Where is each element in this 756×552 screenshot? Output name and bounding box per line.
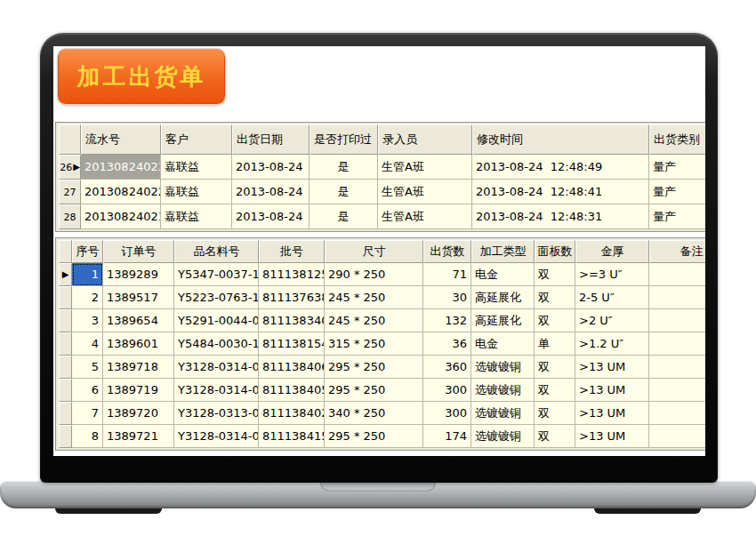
column-header[interactable]: 出货数 <box>423 240 471 263</box>
column-header[interactable]: 金厚 <box>575 240 649 263</box>
cell[interactable]: 双 <box>535 425 575 448</box>
cell[interactable]: 8 <box>72 425 103 448</box>
cell[interactable]: 1389289 <box>103 263 174 286</box>
row-selector[interactable] <box>59 332 72 356</box>
cell[interactable] <box>649 263 705 286</box>
cell[interactable]: 132 <box>423 309 471 332</box>
cell[interactable]: 245 * 250 <box>325 309 423 332</box>
table-row[interactable]: 41389601Y5484-0030-1008111381542315 * 25… <box>59 332 705 356</box>
cell[interactable]: 高延展化 <box>471 309 535 332</box>
column-header[interactable]: 面板数 <box>535 240 575 263</box>
cell[interactable]: 单 <box>535 332 575 356</box>
cell[interactable]: 双 <box>535 286 575 309</box>
cell[interactable]: 174 <box>423 425 471 448</box>
cell[interactable]: 295 * 250 <box>325 356 423 379</box>
cell[interactable]: Y3128-0314-000 <box>174 356 259 379</box>
cell[interactable]: 4 <box>72 332 103 356</box>
cell[interactable]: 1389601 <box>103 332 174 356</box>
process-shipment-order-button[interactable]: 加工出货单 <box>57 48 226 105</box>
table-row[interactable]: 71389720Y3128-0313-0008111384029340 * 25… <box>59 402 705 425</box>
cell[interactable]: 嘉联益 <box>161 155 232 180</box>
cell[interactable]: 双 <box>535 309 575 332</box>
cell[interactable]: 340 * 250 <box>325 402 423 425</box>
cell[interactable]: 选镀镀铜 <box>471 425 535 448</box>
cell[interactable]: Y3128-0313-000 <box>174 402 259 425</box>
cell[interactable]: 电金 <box>471 263 535 286</box>
cell[interactable]: 1389720 <box>103 402 174 425</box>
cell[interactable]: 嘉联益 <box>161 180 232 204</box>
cell[interactable]: 20130824023 <box>81 155 161 180</box>
cell[interactable]: 245 * 250 <box>325 286 423 309</box>
cell[interactable] <box>649 286 705 309</box>
column-header[interactable]: 品名料号 <box>174 240 259 263</box>
cell[interactable]: Y3128-0314-000 <box>174 425 259 448</box>
column-header[interactable]: 订单号 <box>103 240 174 263</box>
column-header[interactable]: 备注 <box>649 240 705 263</box>
cell[interactable]: 生管A班 <box>378 180 472 204</box>
cell[interactable]: 7 <box>72 402 103 425</box>
cell[interactable]: 是 <box>310 180 378 204</box>
cell[interactable]: >=3 U″ <box>575 263 649 286</box>
cell[interactable]: 选镀镀铜 <box>471 402 535 425</box>
column-header[interactable]: 出货日期 <box>232 124 310 155</box>
cell[interactable]: 8111383404 <box>259 309 325 332</box>
cell[interactable]: 生管A班 <box>378 155 472 180</box>
cell[interactable]: 8111376383 <box>259 286 325 309</box>
cell[interactable]: 嘉联益 <box>161 204 232 229</box>
cell[interactable]: 295 * 250 <box>325 425 423 448</box>
cell[interactable]: 2 <box>72 286 103 309</box>
cell[interactable]: Y3128-0314-000 <box>174 379 259 402</box>
cell[interactable]: >13 UM <box>575 379 649 402</box>
cell[interactable]: 2-5 U″ <box>575 286 649 309</box>
column-header[interactable]: 是否打印过 <box>310 124 378 155</box>
cell[interactable]: 是 <box>310 204 378 229</box>
row-selector[interactable]: 28 <box>59 204 81 229</box>
cell[interactable]: 双 <box>535 402 575 425</box>
cell[interactable]: 290 * 250 <box>325 263 423 286</box>
cell[interactable]: >13 UM <box>575 402 649 425</box>
cell[interactable] <box>649 332 705 356</box>
row-selector[interactable] <box>59 286 72 309</box>
cell[interactable]: 295 * 250 <box>325 379 423 402</box>
row-selector[interactable]: ▶ <box>59 263 72 286</box>
row-selector[interactable] <box>59 379 72 402</box>
table-row[interactable]: 51389718Y3128-0314-0008111384068295 * 25… <box>59 356 705 379</box>
cell[interactable]: 高延展化 <box>471 286 535 309</box>
table-row[interactable]: ▶11389289Y5347-0037-1008111381256.290 * … <box>59 263 705 286</box>
cell[interactable]: 2013-08-24 <box>232 155 310 180</box>
cell[interactable]: 双 <box>535 263 575 286</box>
cell[interactable]: 36 <box>423 332 471 356</box>
cell[interactable] <box>649 379 705 402</box>
row-selector[interactable]: 26▶ <box>59 155 81 180</box>
column-header[interactable]: 客户 <box>161 124 232 155</box>
column-header[interactable]: 出货类别 <box>649 124 705 155</box>
column-header[interactable]: 流水号 <box>81 124 161 155</box>
row-selector[interactable] <box>59 425 72 448</box>
table-row[interactable]: 21389517Y5223-0763-1008111376383245 * 25… <box>59 286 705 309</box>
table-row[interactable]: 2720130824022嘉联益2013-08-24是生管A班2013-08-2… <box>59 180 705 204</box>
cell[interactable]: Y5223-0763-100 <box>174 286 259 309</box>
cell[interactable]: 20130824022 <box>81 180 161 204</box>
table-row[interactable]: 81389721Y3128-0314-0008111384150295 * 25… <box>59 425 705 448</box>
cell[interactable]: 1389719 <box>103 379 174 402</box>
cell[interactable]: 双 <box>535 356 575 379</box>
row-selector-header[interactable] <box>59 124 81 155</box>
cell[interactable] <box>649 402 705 425</box>
cell[interactable]: 8111384150 <box>259 425 325 448</box>
cell[interactable]: 选镀镀铜 <box>471 356 535 379</box>
cell[interactable]: 2013-08-24 12:48:41 <box>472 180 649 204</box>
column-header[interactable]: 录入员 <box>378 124 472 155</box>
cell[interactable]: 5 <box>72 356 103 379</box>
cell[interactable]: 1389517 <box>103 286 174 309</box>
cell[interactable]: 2013-08-24 12:48:31 <box>472 204 649 229</box>
cell[interactable]: Y5347-0037-100 <box>174 263 259 286</box>
cell[interactable]: 8111384029 <box>259 402 325 425</box>
cell[interactable]: >1.2 U″ <box>575 332 649 356</box>
column-header[interactable]: 修改时间 <box>472 124 649 155</box>
cell[interactable]: 1389718 <box>103 356 174 379</box>
cell[interactable] <box>649 425 705 448</box>
cell[interactable]: >13 UM <box>575 356 649 379</box>
column-header[interactable]: 序号 <box>72 240 103 263</box>
cell[interactable] <box>649 309 705 332</box>
cell[interactable]: Y5484-0030-100 <box>174 332 259 356</box>
